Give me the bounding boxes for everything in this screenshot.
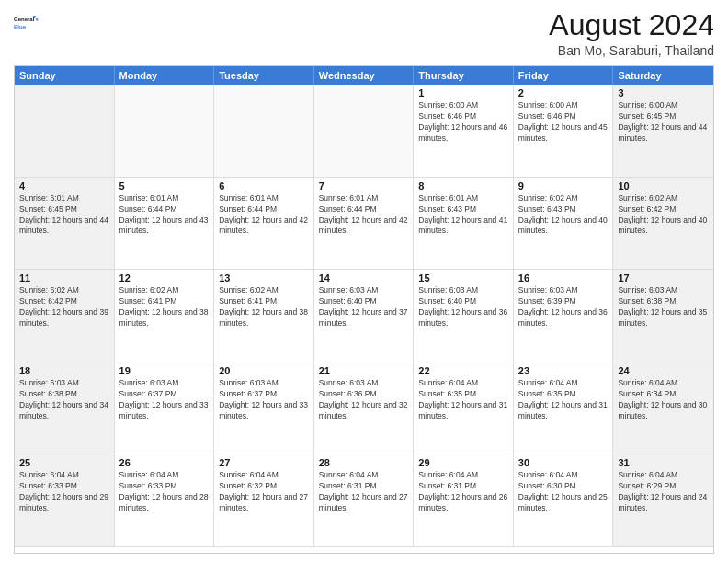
header-tuesday: Tuesday: [214, 66, 314, 85]
calendar-body: 1Sunrise: 6:00 AM Sunset: 6:46 PM Daylig…: [15, 85, 713, 547]
table-row: 30Sunrise: 6:04 AM Sunset: 6:30 PM Dayli…: [514, 454, 614, 547]
table-row: 16Sunrise: 6:03 AM Sunset: 6:39 PM Dayli…: [514, 270, 614, 362]
subtitle: Ban Mo, Saraburi, Thailand: [549, 43, 714, 58]
table-row: [314, 85, 415, 178]
header-monday: Monday: [115, 66, 215, 85]
cell-content: Sunrise: 6:00 AM Sunset: 6:46 PM Dayligh…: [518, 100, 609, 144]
header-wednesday: Wednesday: [314, 66, 415, 85]
table-row: 22Sunrise: 6:04 AM Sunset: 6:35 PM Dayli…: [414, 362, 514, 455]
cell-content: Sunrise: 6:04 AM Sunset: 6:35 PM Dayligh…: [518, 378, 609, 422]
svg-marker-3: [35, 18, 39, 21]
cell-content: Sunrise: 6:04 AM Sunset: 6:31 PM Dayligh…: [418, 470, 508, 514]
table-row: [15, 85, 115, 178]
table-row: 27Sunrise: 6:04 AM Sunset: 6:32 PM Dayli…: [214, 454, 314, 547]
page: GeneralBlue August 2024 Ban Mo, Saraburi…: [0, 0, 728, 563]
table-row: 3Sunrise: 6:00 AM Sunset: 6:45 PM Daylig…: [613, 85, 713, 178]
header-friday: Friday: [514, 66, 614, 85]
cell-content: Sunrise: 6:03 AM Sunset: 6:40 PM Dayligh…: [319, 285, 409, 329]
cell-content: Sunrise: 6:02 AM Sunset: 6:43 PM Dayligh…: [518, 193, 609, 237]
cell-content: Sunrise: 6:04 AM Sunset: 6:30 PM Dayligh…: [518, 470, 609, 514]
table-row: 24Sunrise: 6:04 AM Sunset: 6:34 PM Dayli…: [613, 362, 713, 455]
table-row: 28Sunrise: 6:04 AM Sunset: 6:31 PM Dayli…: [314, 454, 415, 547]
table-row: 25Sunrise: 6:04 AM Sunset: 6:33 PM Dayli…: [15, 454, 115, 547]
svg-text:Blue: Blue: [14, 24, 27, 29]
table-row: 6Sunrise: 6:01 AM Sunset: 6:44 PM Daylig…: [214, 178, 314, 270]
table-row: 18Sunrise: 6:03 AM Sunset: 6:38 PM Dayli…: [15, 362, 115, 455]
cell-content: Sunrise: 6:01 AM Sunset: 6:44 PM Dayligh…: [119, 193, 210, 237]
header-thursday: Thursday: [414, 66, 514, 85]
table-row: 14Sunrise: 6:03 AM Sunset: 6:40 PM Dayli…: [314, 270, 415, 362]
table-row: 29Sunrise: 6:04 AM Sunset: 6:31 PM Dayli…: [414, 454, 514, 547]
table-row: 15Sunrise: 6:03 AM Sunset: 6:40 PM Dayli…: [414, 270, 514, 362]
logo-icon: GeneralBlue: [14, 9, 41, 37]
table-row: 13Sunrise: 6:02 AM Sunset: 6:41 PM Dayli…: [214, 270, 314, 362]
calendar-header: Sunday Monday Tuesday Wednesday Thursday…: [15, 66, 713, 85]
table-row: 8Sunrise: 6:01 AM Sunset: 6:43 PM Daylig…: [414, 178, 514, 270]
cell-content: Sunrise: 6:03 AM Sunset: 6:37 PM Dayligh…: [219, 378, 309, 422]
cell-content: Sunrise: 6:02 AM Sunset: 6:42 PM Dayligh…: [618, 193, 709, 237]
table-row: 21Sunrise: 6:03 AM Sunset: 6:36 PM Dayli…: [314, 362, 415, 455]
header: GeneralBlue August 2024 Ban Mo, Saraburi…: [14, 9, 714, 58]
header-sunday: Sunday: [15, 66, 115, 85]
cell-content: Sunrise: 6:01 AM Sunset: 6:43 PM Dayligh…: [418, 193, 508, 237]
cell-content: Sunrise: 6:03 AM Sunset: 6:38 PM Dayligh…: [19, 378, 109, 422]
table-row: 5Sunrise: 6:01 AM Sunset: 6:44 PM Daylig…: [115, 178, 215, 270]
cell-content: Sunrise: 6:04 AM Sunset: 6:29 PM Dayligh…: [618, 470, 709, 514]
table-row: [214, 85, 314, 178]
cell-content: Sunrise: 6:03 AM Sunset: 6:36 PM Dayligh…: [319, 378, 409, 422]
table-row: 19Sunrise: 6:03 AM Sunset: 6:37 PM Dayli…: [115, 362, 215, 455]
table-row: 31Sunrise: 6:04 AM Sunset: 6:29 PM Dayli…: [613, 454, 713, 547]
table-row: 12Sunrise: 6:02 AM Sunset: 6:41 PM Dayli…: [115, 270, 215, 362]
table-row: [115, 85, 215, 178]
cell-content: Sunrise: 6:03 AM Sunset: 6:38 PM Dayligh…: [618, 285, 709, 329]
cell-content: Sunrise: 6:04 AM Sunset: 6:34 PM Dayligh…: [618, 378, 709, 422]
title-section: August 2024 Ban Mo, Saraburi, Thailand: [549, 9, 714, 58]
table-row: 10Sunrise: 6:02 AM Sunset: 6:42 PM Dayli…: [613, 178, 713, 270]
cell-content: Sunrise: 6:03 AM Sunset: 6:39 PM Dayligh…: [518, 285, 609, 329]
table-row: 23Sunrise: 6:04 AM Sunset: 6:35 PM Dayli…: [514, 362, 614, 455]
cell-content: Sunrise: 6:03 AM Sunset: 6:40 PM Dayligh…: [418, 285, 508, 329]
cell-content: Sunrise: 6:04 AM Sunset: 6:33 PM Dayligh…: [119, 470, 210, 514]
main-title: August 2024: [549, 9, 714, 41]
cell-content: Sunrise: 6:00 AM Sunset: 6:46 PM Dayligh…: [418, 100, 508, 144]
cell-content: Sunrise: 6:01 AM Sunset: 6:44 PM Dayligh…: [319, 193, 409, 237]
cell-content: Sunrise: 6:02 AM Sunset: 6:42 PM Dayligh…: [19, 285, 109, 329]
svg-text:General: General: [14, 17, 35, 22]
table-row: 7Sunrise: 6:01 AM Sunset: 6:44 PM Daylig…: [314, 178, 415, 270]
table-row: 9Sunrise: 6:02 AM Sunset: 6:43 PM Daylig…: [514, 178, 614, 270]
table-row: 20Sunrise: 6:03 AM Sunset: 6:37 PM Dayli…: [214, 362, 314, 455]
cell-content: Sunrise: 6:04 AM Sunset: 6:33 PM Dayligh…: [19, 470, 109, 514]
cell-content: Sunrise: 6:01 AM Sunset: 6:45 PM Dayligh…: [19, 193, 109, 237]
table-row: 17Sunrise: 6:03 AM Sunset: 6:38 PM Dayli…: [613, 270, 713, 362]
table-row: 2Sunrise: 6:00 AM Sunset: 6:46 PM Daylig…: [514, 85, 614, 178]
cell-content: Sunrise: 6:01 AM Sunset: 6:44 PM Dayligh…: [219, 193, 309, 237]
logo: GeneralBlue: [14, 9, 41, 37]
cell-content: Sunrise: 6:03 AM Sunset: 6:37 PM Dayligh…: [119, 378, 210, 422]
cell-content: Sunrise: 6:04 AM Sunset: 6:31 PM Dayligh…: [319, 470, 409, 514]
cell-content: Sunrise: 6:02 AM Sunset: 6:41 PM Dayligh…: [219, 285, 309, 329]
cell-content: Sunrise: 6:02 AM Sunset: 6:41 PM Dayligh…: [119, 285, 210, 329]
table-row: 11Sunrise: 6:02 AM Sunset: 6:42 PM Dayli…: [15, 270, 115, 362]
calendar: Sunday Monday Tuesday Wednesday Thursday…: [14, 65, 714, 554]
header-saturday: Saturday: [613, 66, 713, 85]
table-row: 26Sunrise: 6:04 AM Sunset: 6:33 PM Dayli…: [115, 454, 215, 547]
table-row: 4Sunrise: 6:01 AM Sunset: 6:45 PM Daylig…: [15, 178, 115, 270]
cell-content: Sunrise: 6:04 AM Sunset: 6:35 PM Dayligh…: [418, 378, 508, 422]
cell-content: Sunrise: 6:04 AM Sunset: 6:32 PM Dayligh…: [219, 470, 309, 514]
cell-content: Sunrise: 6:00 AM Sunset: 6:45 PM Dayligh…: [618, 100, 709, 144]
table-row: 1Sunrise: 6:00 AM Sunset: 6:46 PM Daylig…: [414, 85, 514, 178]
